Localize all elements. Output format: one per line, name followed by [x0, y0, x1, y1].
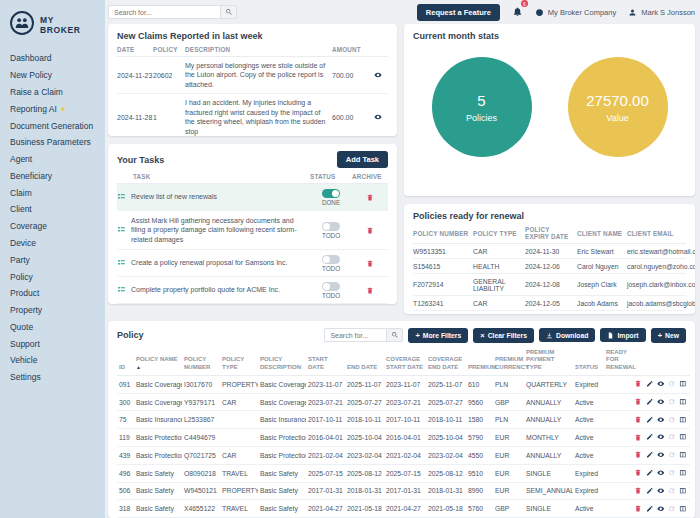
archive-task-button[interactable]: [352, 259, 388, 268]
attachment-button[interactable]: [690, 398, 691, 407]
view-policy-button[interactable]: [657, 451, 665, 460]
sidebar-item[interactable]: Coverage: [0, 218, 105, 235]
sidebar-item[interactable]: Product: [0, 285, 105, 302]
task-toggle[interactable]: [322, 282, 340, 291]
delete-policy-button[interactable]: [634, 397, 642, 407]
renew-policy-button[interactable]: [668, 451, 676, 460]
delete-policy-button[interactable]: [634, 433, 642, 443]
renew-policy-button[interactable]: [668, 469, 676, 478]
archive-task-button[interactable]: [352, 193, 388, 202]
columns-button[interactable]: [679, 487, 687, 496]
request-feature-button[interactable]: Request a Feature: [417, 4, 500, 21]
edit-policy-button[interactable]: [646, 416, 654, 425]
columns-button[interactable]: [679, 398, 687, 407]
columns-button[interactable]: [679, 380, 687, 389]
column-header-end-date[interactable]: END DATE: [345, 348, 384, 376]
more-filters-button[interactable]: +More Filters: [408, 328, 468, 343]
search-button[interactable]: [220, 5, 237, 19]
download-button[interactable]: Download: [539, 328, 595, 342]
sidebar-item[interactable]: Support: [0, 335, 105, 352]
view-policy-button[interactable]: [657, 380, 665, 389]
column-header-policy-description[interactable]: POLICY DESCRIPTION: [258, 348, 306, 376]
task-toggle[interactable]: [322, 255, 340, 264]
delete-policy-button[interactable]: [634, 504, 642, 514]
company-menu[interactable]: My Broker Company: [535, 8, 616, 17]
columns-button[interactable]: [679, 433, 687, 442]
view-claim-button[interactable]: [374, 71, 388, 80]
sidebar-item[interactable]: Device: [0, 235, 105, 252]
sidebar-item[interactable]: Quote: [0, 319, 105, 336]
column-header-start-date[interactable]: START DATE: [306, 348, 345, 376]
columns-button[interactable]: [679, 505, 687, 514]
delete-policy-button[interactable]: [634, 486, 642, 496]
sidebar-item[interactable]: Beneficiary: [0, 167, 105, 184]
column-header-premium-currency[interactable]: PREMIUM CURRENCY: [493, 348, 524, 376]
notifications-button[interactable]: 6: [512, 3, 523, 21]
archive-task-button[interactable]: [352, 226, 388, 235]
edit-policy-button[interactable]: [646, 469, 654, 478]
sidebar-item[interactable]: Policy: [0, 268, 105, 285]
add-task-button[interactable]: Add Task: [337, 151, 388, 168]
edit-policy-button[interactable]: [646, 380, 654, 389]
edit-policy-button[interactable]: [646, 451, 654, 460]
columns-button[interactable]: [679, 416, 687, 425]
attachment-button[interactable]: [690, 433, 691, 442]
renew-policy-button[interactable]: [668, 380, 676, 389]
import-button[interactable]: Import: [600, 328, 645, 342]
renew-policy-button[interactable]: [668, 398, 676, 407]
delete-policy-button[interactable]: [634, 450, 642, 460]
view-policy-button[interactable]: [657, 398, 665, 407]
attachment-button[interactable]: [690, 469, 691, 478]
column-header-ready-for-renewal[interactable]: READY FOR RENEWAL: [604, 348, 632, 376]
delete-policy-button[interactable]: [634, 468, 642, 478]
column-header-policy-type[interactable]: POLICY TYPE: [220, 348, 258, 376]
sidebar-item[interactable]: Document Generation: [0, 117, 105, 134]
sidebar-item[interactable]: Vehicle: [0, 352, 105, 369]
renew-policy-button[interactable]: [668, 416, 676, 425]
sidebar-item[interactable]: Settings: [0, 369, 105, 386]
sidebar-item[interactable]: Property: [0, 302, 105, 319]
renew-policy-button[interactable]: [668, 433, 676, 442]
column-header-premium[interactable]: PREMIUM: [466, 348, 493, 376]
column-header-coverage-start-date[interactable]: COVERAGE START DATE: [384, 348, 426, 376]
view-policy-button[interactable]: [657, 433, 665, 442]
edit-policy-button[interactable]: [646, 487, 654, 496]
attachment-button[interactable]: [690, 505, 691, 514]
sidebar-item[interactable]: New Policy: [0, 67, 105, 84]
view-policy-button[interactable]: [657, 469, 665, 478]
attachment-button[interactable]: [690, 380, 691, 389]
edit-policy-button[interactable]: [646, 505, 654, 514]
task-toggle[interactable]: [322, 189, 340, 198]
clear-filters-button[interactable]: ×Clear Filters: [473, 328, 534, 343]
column-header-status[interactable]: STATUS: [573, 348, 604, 376]
policy-search-input[interactable]: [324, 328, 386, 342]
new-policy-button[interactable]: +New: [651, 328, 686, 343]
columns-button[interactable]: [679, 469, 687, 478]
sidebar-item[interactable]: Dashboard: [0, 50, 105, 67]
view-claim-button[interactable]: [374, 113, 388, 122]
sidebar-item[interactable]: Client: [0, 201, 105, 218]
column-header-coverage-end-date[interactable]: COVERAGE END DATE: [426, 348, 466, 376]
view-policy-button[interactable]: [657, 505, 665, 514]
column-header-premium-payment-type[interactable]: PREMIUM PAYMENT TYPE: [524, 348, 573, 376]
column-header-id[interactable]: ID: [117, 348, 134, 376]
delete-policy-button[interactable]: [634, 415, 642, 425]
columns-button[interactable]: [679, 451, 687, 460]
user-menu[interactable]: Mark S Jonsson: [628, 8, 695, 17]
attachment-button[interactable]: [690, 487, 691, 496]
sidebar-item[interactable]: Reporting AI✦: [0, 100, 105, 117]
delete-policy-button[interactable]: [634, 379, 642, 389]
renew-policy-button[interactable]: [668, 487, 676, 496]
edit-policy-button[interactable]: [646, 398, 654, 407]
column-header-policy-name[interactable]: POLICY NAME ▲: [134, 348, 182, 376]
sidebar-item[interactable]: Raise a Claim: [0, 84, 105, 101]
attachment-button[interactable]: [690, 416, 691, 425]
global-search-input[interactable]: [108, 5, 220, 19]
task-toggle[interactable]: [322, 222, 340, 231]
sidebar-item[interactable]: Agent: [0, 151, 105, 168]
view-policy-button[interactable]: [657, 416, 665, 425]
sidebar-item[interactable]: Business Parameters: [0, 134, 105, 151]
attachment-button[interactable]: [690, 451, 691, 460]
archive-task-button[interactable]: [352, 286, 388, 295]
edit-policy-button[interactable]: [646, 433, 654, 442]
